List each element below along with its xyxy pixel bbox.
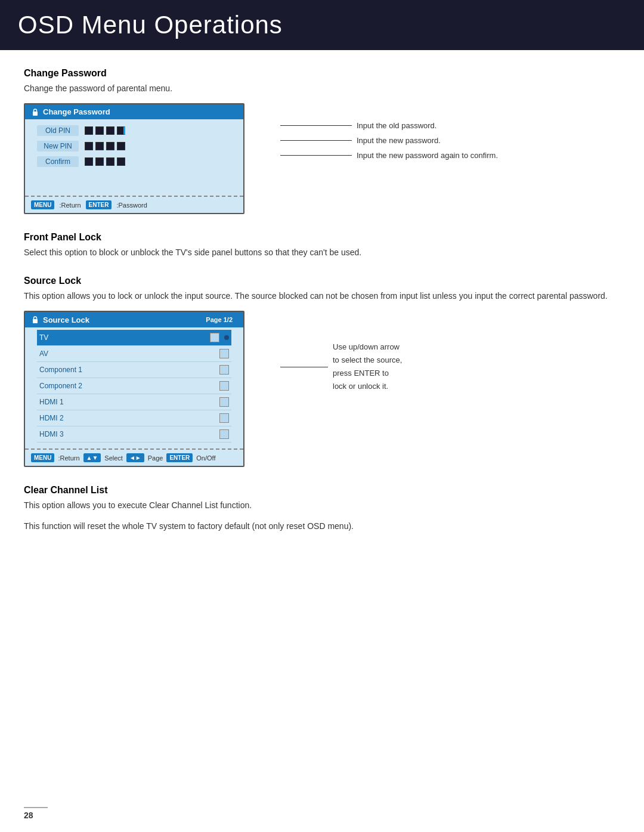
source-row-hdmi2: HDMI 2 xyxy=(37,410,231,426)
new-pin-dot-4 xyxy=(117,142,125,150)
password-text: :Password xyxy=(116,202,147,209)
source-page-text: Page xyxy=(148,454,163,462)
annotation-confirm: Input the new password again to confirm. xyxy=(280,151,498,160)
pin-dot-1 xyxy=(85,126,93,135)
source-select-text: Select xyxy=(104,454,123,462)
source-checkbox-tv xyxy=(210,333,219,342)
page-header: OSD Menu Operations xyxy=(0,0,644,50)
source-row-component2: Component 2 xyxy=(37,378,231,394)
confirm-row: Confirm xyxy=(37,156,231,167)
new-pin-dot-2 xyxy=(95,142,104,150)
source-lock-screen: Source Lock Page 1/2 TV AV xyxy=(24,311,244,467)
source-row-hdmi3: HDMI 3 xyxy=(37,426,231,443)
page-title: OSD Menu Operations xyxy=(18,11,626,39)
change-password-title: Change Password xyxy=(24,68,620,79)
source-row-av: AV xyxy=(37,346,231,362)
old-pin-row: Old PIN xyxy=(37,125,231,136)
change-password-diagram: Change Password Old PIN xyxy=(24,103,620,214)
pin-dot-3 xyxy=(106,126,114,135)
lock-icon-source xyxy=(31,316,39,324)
svg-rect-1 xyxy=(33,319,38,323)
page-number: 28 xyxy=(24,807,48,820)
confirm-dot-4 xyxy=(117,157,125,166)
source-lock-screen-header: Source Lock Page 1/2 xyxy=(25,312,243,327)
pin-dot-cursor xyxy=(117,126,125,135)
annotation-new-pin-text: Input the new password. xyxy=(357,136,441,145)
menu-btn: MENU xyxy=(31,200,54,209)
main-content: Change Password Change the password of p… xyxy=(0,68,644,573)
source-lock-title: Source Lock xyxy=(24,276,620,286)
svg-rect-0 xyxy=(33,112,38,116)
change-password-footer: MENU :Return ENTER :Password xyxy=(25,196,243,213)
confirm-dot-3 xyxy=(106,157,114,166)
source-checkbox-av xyxy=(219,349,229,358)
old-pin-label: Old PIN xyxy=(37,125,79,136)
source-name-av: AV xyxy=(39,349,215,358)
change-password-screen: Change Password Old PIN xyxy=(24,103,244,214)
source-lock-footer: MENU :Return ▲▼ Select ◄► Page ENTER On/… xyxy=(25,449,243,466)
source-name-hdmi1: HDMI 1 xyxy=(39,398,215,406)
source-name-component1: Component 1 xyxy=(39,366,215,374)
source-lock-body: TV AV Component 1 xyxy=(25,327,243,449)
annotation-old-pin-text: Input the old password. xyxy=(357,121,436,130)
source-lock-desc: This option allows you to lock or unlock… xyxy=(24,290,620,302)
source-checkbox-hdmi1 xyxy=(219,397,229,407)
enter-btn: ENTER xyxy=(86,200,112,209)
confirm-dot-2 xyxy=(95,157,104,166)
source-enter-btn: ENTER xyxy=(166,453,193,462)
section-change-password: Change Password Change the password of p… xyxy=(24,68,620,214)
annotation-old-pin: Input the old password. xyxy=(280,121,498,130)
section-front-panel-lock: Front Panel Lock Select this option to b… xyxy=(24,232,620,259)
new-pin-dot-3 xyxy=(106,142,114,150)
front-panel-lock-title: Front Panel Lock xyxy=(24,232,620,243)
source-name-hdmi2: HDMI 2 xyxy=(39,414,215,422)
page-badge: Page 1/2 xyxy=(201,315,237,324)
change-password-annotations: Input the old password. Input the new pa… xyxy=(280,103,498,166)
new-pin-row: New PIN xyxy=(37,141,231,151)
source-name-component2: Component 2 xyxy=(39,382,215,390)
confirm-dot-1 xyxy=(85,157,93,166)
source-name-hdmi3: HDMI 3 xyxy=(39,430,215,438)
new-pin-dot-1 xyxy=(85,142,93,150)
confirm-dots xyxy=(85,157,125,166)
source-row-tv: TV xyxy=(37,330,231,346)
source-checkbox-hdmi3 xyxy=(219,429,229,439)
source-checkbox-component1 xyxy=(219,365,229,375)
source-name-tv: TV xyxy=(39,333,205,342)
section-clear-channel-list: Clear Channel List This option allows yo… xyxy=(24,485,620,533)
source-annotation-text: Use up/down arrowto select the source,pr… xyxy=(333,342,402,391)
source-annotation: Use up/down arrowto select the source,pr… xyxy=(280,341,402,393)
clear-channel-list-desc1: This option allows you to execute Clear … xyxy=(24,499,620,512)
source-page-btn: ◄► xyxy=(126,453,144,462)
source-checkbox-component2 xyxy=(219,381,229,391)
return-text: :Return xyxy=(59,202,80,209)
screen-title-change-pw: Change Password xyxy=(43,107,110,116)
source-menu-btn: MENU xyxy=(31,453,54,462)
clear-channel-list-title: Clear Channel List xyxy=(24,485,620,496)
new-pin-dots xyxy=(85,142,125,150)
source-return-text: :Return xyxy=(58,454,79,462)
annotation-new-pin: Input the new password. xyxy=(280,136,498,145)
new-pin-label: New PIN xyxy=(37,141,79,151)
change-password-screen-header: Change Password xyxy=(25,104,243,119)
source-dot-tv xyxy=(224,335,229,340)
source-checkbox-hdmi2 xyxy=(219,413,229,423)
source-row-hdmi1: HDMI 1 xyxy=(37,394,231,410)
pin-dot-2 xyxy=(95,126,104,135)
change-password-body: Old PIN New PIN xyxy=(25,119,243,196)
source-row-component1: Component 1 xyxy=(37,362,231,378)
source-updown-btn: ▲▼ xyxy=(83,453,101,462)
source-lock-screen-title: Source Lock xyxy=(43,316,89,324)
annotation-confirm-text: Input the new password again to confirm. xyxy=(357,151,498,160)
section-source-lock: Source Lock This option allows you to lo… xyxy=(24,276,620,467)
change-password-desc: Change the password of parental menu. xyxy=(24,82,620,95)
old-pin-dots xyxy=(85,126,125,135)
confirm-label: Confirm xyxy=(37,156,79,167)
source-onoff-text: On/Off xyxy=(196,454,215,462)
front-panel-lock-desc: Select this option to block or unblock t… xyxy=(24,246,620,259)
clear-channel-list-desc2: This function will reset the whole TV sy… xyxy=(24,520,620,533)
source-lock-diagram: Source Lock Page 1/2 TV AV xyxy=(24,311,620,467)
lock-icon xyxy=(31,108,39,116)
